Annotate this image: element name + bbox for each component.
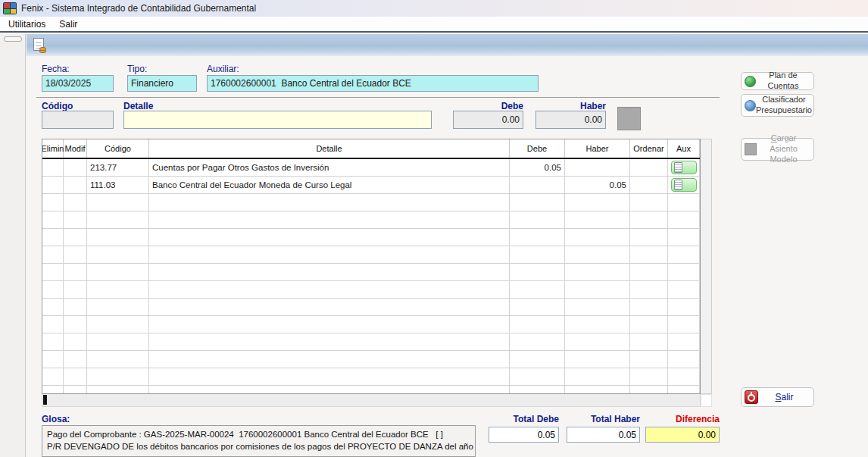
cell-modif bbox=[64, 246, 87, 264]
table-row[interactable]: 111.03Banco Central del Ecuador Moneda d… bbox=[42, 177, 700, 194]
cell-ordenar bbox=[630, 316, 668, 333]
cell-modif[interactable] bbox=[64, 159, 87, 177]
plan-de-cuentas-label: Plan de Cuentas bbox=[756, 70, 810, 92]
cell-debe bbox=[510, 229, 565, 246]
app-logo-icon bbox=[3, 2, 17, 14]
clasificador-line2: Presupuestario bbox=[756, 105, 812, 114]
table-row bbox=[42, 194, 700, 211]
document-coins-icon[interactable] bbox=[33, 38, 48, 53]
cell-ordenar bbox=[630, 299, 668, 316]
cell-detalle bbox=[149, 351, 510, 368]
cell-haber bbox=[565, 211, 630, 229]
green-sphere-icon bbox=[745, 76, 756, 87]
cell-haber bbox=[565, 281, 630, 299]
cell-debe[interactable] bbox=[510, 177, 565, 194]
cell-haber bbox=[565, 351, 630, 368]
cell-elimin[interactable] bbox=[42, 159, 64, 177]
table-row bbox=[42, 368, 700, 386]
table-row[interactable]: 213.77Cuentas por Pagar Otros Gastos de … bbox=[42, 159, 700, 177]
cell-ordenar bbox=[630, 368, 668, 386]
auxiliar-input[interactable]: 1760002600001 Banco Central del Ecuador … bbox=[207, 75, 539, 92]
menu-item-utilitarios[interactable]: Utilitarios bbox=[2, 17, 52, 31]
cell-detalle bbox=[149, 194, 510, 211]
table-body: 213.77Cuentas por Pagar Otros Gastos de … bbox=[42, 159, 700, 394]
cell-elimin bbox=[42, 229, 64, 246]
cell-modif bbox=[64, 281, 87, 299]
table-row bbox=[42, 264, 700, 281]
clasificador-presupuestario-button[interactable]: Clasificador Presupuestario bbox=[741, 94, 814, 117]
cell-aux bbox=[668, 386, 700, 394]
cell-ordenar[interactable] bbox=[630, 159, 668, 177]
cell-aux[interactable] bbox=[668, 177, 700, 194]
cell-detalle bbox=[149, 264, 510, 281]
cell-modif bbox=[64, 299, 87, 316]
menu-item-salir[interactable]: Salir bbox=[52, 17, 84, 31]
cell-codigo bbox=[87, 386, 149, 394]
cell-haber bbox=[565, 368, 630, 386]
cell-codigo[interactable]: 111.03 bbox=[87, 177, 149, 194]
cell-elimin bbox=[42, 316, 64, 333]
tipo-label: Tipo: bbox=[127, 64, 147, 74]
debe-input[interactable]: 0.00 bbox=[453, 111, 523, 129]
salir-button[interactable]: Salir bbox=[741, 387, 814, 407]
cell-haber[interactable]: 0.05 bbox=[565, 177, 630, 194]
cell-modif bbox=[64, 211, 87, 229]
cell-debe bbox=[510, 299, 565, 316]
fecha-input[interactable]: 18/03/2025 bbox=[42, 75, 114, 92]
cell-detalle bbox=[149, 316, 510, 333]
cell-codigo bbox=[87, 281, 149, 299]
entry-action-button[interactable] bbox=[617, 107, 641, 130]
tipo-input[interactable]: Financiero bbox=[127, 75, 197, 92]
cell-aux bbox=[668, 299, 700, 316]
cell-codigo bbox=[87, 246, 149, 264]
codigo-input[interactable] bbox=[42, 111, 114, 129]
cell-debe[interactable]: 0.05 bbox=[510, 159, 565, 177]
horizontal-scrollbar[interactable] bbox=[42, 394, 701, 407]
glosa-label: Glosa: bbox=[42, 414, 70, 424]
cell-detalle[interactable]: Banco Central del Ecuador Moneda de Curs… bbox=[149, 177, 510, 194]
cell-modif bbox=[64, 368, 87, 386]
cell-modif bbox=[64, 229, 87, 246]
cell-elimin[interactable] bbox=[42, 177, 64, 194]
cell-ordenar[interactable] bbox=[630, 177, 668, 194]
gray-square-icon bbox=[745, 143, 757, 155]
table-row bbox=[42, 386, 700, 394]
cell-detalle[interactable]: Cuentas por Pagar Otros Gastos de Invers… bbox=[149, 159, 510, 177]
entries-table: Elimin Modif Código Detalle Debe Haber O… bbox=[42, 139, 701, 394]
cell-haber[interactable] bbox=[565, 159, 630, 177]
cell-debe bbox=[510, 211, 565, 229]
glosa-line2: P/R DEVENGADO DE los débitos bancarios p… bbox=[47, 442, 476, 451]
plan-de-cuentas-button[interactable]: Plan de Cuentas bbox=[741, 72, 814, 90]
aux-button[interactable] bbox=[671, 161, 697, 174]
table-row bbox=[42, 299, 700, 316]
cell-codigo[interactable]: 213.77 bbox=[87, 159, 149, 177]
horizontal-scrollbar-thumb[interactable] bbox=[43, 395, 47, 405]
glosa-textbox[interactable]: Pago del Comprobante : GAS-2025-MAR-0002… bbox=[42, 425, 476, 457]
table-row bbox=[42, 316, 700, 333]
diferencia-field: 0.00 bbox=[645, 427, 720, 443]
cell-elimin bbox=[42, 333, 64, 351]
cell-detalle bbox=[149, 386, 510, 394]
cell-aux[interactable] bbox=[668, 159, 700, 177]
vertical-scrollbar[interactable] bbox=[701, 139, 712, 394]
header-detalle: Detalle bbox=[149, 139, 510, 158]
haber-input[interactable]: 0.00 bbox=[535, 111, 606, 129]
cell-codigo bbox=[87, 211, 149, 229]
cell-elimin bbox=[42, 264, 64, 281]
cargar-asiento-modelo-button[interactable]: Cargar Asiento Modelo bbox=[741, 138, 814, 161]
detalle-input[interactable] bbox=[123, 111, 432, 129]
cell-codigo bbox=[87, 333, 149, 351]
cell-haber bbox=[565, 333, 630, 351]
aux-button[interactable] bbox=[671, 178, 697, 192]
table-row bbox=[42, 351, 700, 368]
haber-label: Haber bbox=[535, 101, 606, 111]
notepad-icon bbox=[674, 180, 682, 190]
cell-detalle bbox=[149, 299, 510, 316]
detalle-label: Detalle bbox=[123, 101, 153, 111]
cell-modif[interactable] bbox=[64, 177, 87, 194]
dock-panel-grip[interactable] bbox=[4, 36, 22, 42]
salir-accel: S bbox=[775, 392, 781, 402]
cell-modif bbox=[64, 316, 87, 333]
cell-haber bbox=[565, 229, 630, 246]
cell-codigo bbox=[87, 316, 149, 333]
